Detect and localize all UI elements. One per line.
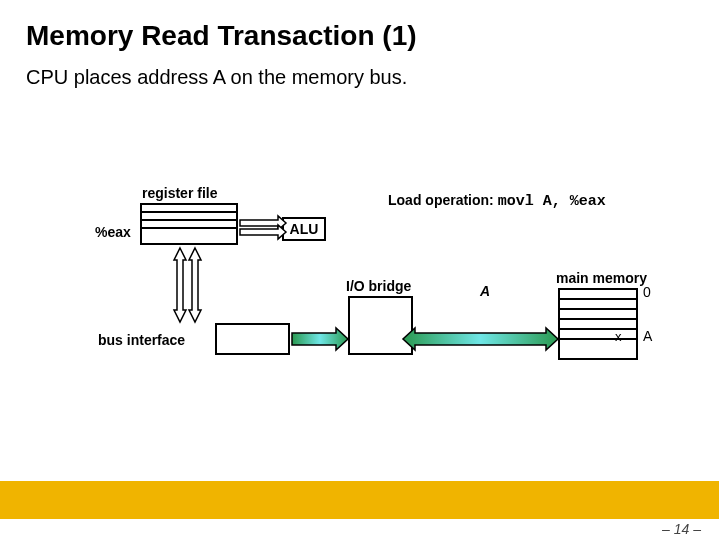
load-op-prefix: Load operation:: [388, 192, 494, 208]
bus-interface-label: bus interface: [98, 332, 185, 348]
footer-bar: [0, 481, 719, 519]
svg-marker-5: [403, 328, 558, 350]
io-bridge-box: [348, 296, 413, 355]
slide-title: Memory Read Transaction (1): [26, 20, 693, 52]
eax-label: %eax: [95, 224, 131, 240]
diagram-area: register file %eax ALU Load operation: m…: [0, 170, 719, 390]
main-memory-box: [558, 288, 638, 360]
alu-box: ALU: [282, 217, 326, 241]
io-bridge-label: I/O bridge: [346, 278, 411, 294]
page-number: – 14 –: [662, 521, 701, 537]
load-operation-label: Load operation: movl A, %eax: [388, 192, 606, 210]
main-memory-label: main memory: [556, 270, 647, 286]
register-file-box: [140, 203, 238, 245]
bus-interface-box: [215, 323, 290, 355]
alu-label: ALU: [290, 221, 319, 237]
slide-subtitle: CPU places address A on the memory bus.: [26, 66, 693, 89]
load-op-code: movl A, %eax: [498, 193, 606, 210]
svg-marker-3: [189, 248, 201, 322]
mem-x-label: x: [615, 329, 622, 344]
svg-marker-0: [240, 216, 286, 230]
svg-marker-2: [174, 248, 186, 322]
bus-a-label: A: [480, 283, 490, 299]
mem-a-label: A: [643, 328, 652, 344]
mem-zero-label: 0: [643, 284, 651, 300]
svg-marker-4: [292, 328, 348, 350]
register-file-label: register file: [142, 185, 217, 201]
svg-marker-1: [240, 225, 286, 239]
